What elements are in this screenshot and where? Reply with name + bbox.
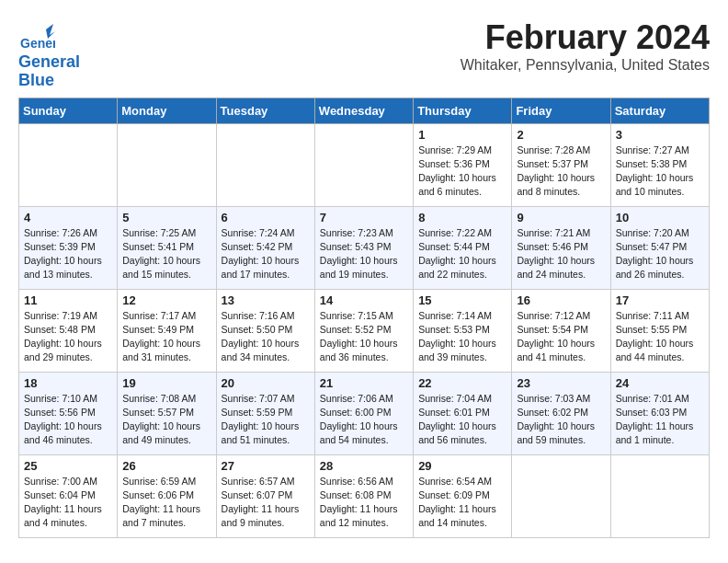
day-number: 16 xyxy=(517,293,605,307)
calendar-cell: 26Sunrise: 6:59 AMSunset: 6:06 PMDayligh… xyxy=(118,454,216,537)
weekday-header-friday: Friday xyxy=(512,98,610,123)
day-number: 10 xyxy=(616,211,704,224)
day-info: Sunrise: 7:10 AMSunset: 5:56 PMDaylight:… xyxy=(24,392,112,448)
day-info: Sunrise: 7:29 AMSunset: 5:36 PMDaylight:… xyxy=(418,144,506,200)
calendar-cell: 14Sunrise: 7:15 AMSunset: 5:52 PMDayligh… xyxy=(314,289,413,372)
calendar-header: February 2024 Whitaker, Pennsylvania, Un… xyxy=(461,18,710,74)
day-info: Sunrise: 7:04 AMSunset: 6:01 PMDaylight:… xyxy=(418,392,506,448)
logo-general: General xyxy=(18,53,80,72)
day-number: 27 xyxy=(222,459,310,473)
day-info: Sunrise: 7:15 AMSunset: 5:52 PMDaylight:… xyxy=(320,309,408,365)
day-number: 29 xyxy=(418,459,506,473)
calendar-cell xyxy=(610,454,709,537)
day-number: 12 xyxy=(122,293,210,307)
calendar-cell: 9Sunrise: 7:21 AMSunset: 5:46 PMDaylight… xyxy=(512,206,610,289)
day-number: 13 xyxy=(222,293,310,307)
day-info: Sunrise: 6:57 AMSunset: 6:07 PMDaylight:… xyxy=(222,475,310,531)
calendar-cell: 23Sunrise: 7:03 AMSunset: 6:02 PMDayligh… xyxy=(512,372,610,454)
day-number: 28 xyxy=(320,459,408,473)
calendar-cell: 7Sunrise: 7:23 AMSunset: 5:43 PMDaylight… xyxy=(314,206,413,289)
day-info: Sunrise: 7:16 AMSunset: 5:50 PMDaylight:… xyxy=(222,309,310,365)
calendar-cell: 19Sunrise: 7:08 AMSunset: 5:57 PMDayligh… xyxy=(118,372,216,454)
day-info: Sunrise: 7:19 AMSunset: 5:48 PMDaylight:… xyxy=(24,309,112,365)
calendar-cell: 12Sunrise: 7:17 AMSunset: 5:49 PMDayligh… xyxy=(118,289,216,372)
calendar-cell: 2Sunrise: 7:28 AMSunset: 5:37 PMDaylight… xyxy=(512,123,610,206)
day-info: Sunrise: 7:07 AMSunset: 5:59 PMDaylight:… xyxy=(222,392,310,448)
calendar-cell xyxy=(314,123,413,206)
weekday-header-wednesday: Wednesday xyxy=(314,98,413,123)
day-info: Sunrise: 7:03 AMSunset: 6:02 PMDaylight:… xyxy=(517,392,605,448)
weekday-header-sunday: Sunday xyxy=(19,98,118,123)
day-info: Sunrise: 7:17 AMSunset: 5:49 PMDaylight:… xyxy=(122,309,210,365)
day-info: Sunrise: 7:24 AMSunset: 5:42 PMDaylight:… xyxy=(222,226,310,282)
calendar-cell: 4Sunrise: 7:26 AMSunset: 5:39 PMDaylight… xyxy=(19,206,118,289)
day-number: 15 xyxy=(418,293,506,307)
day-number: 4 xyxy=(24,211,112,224)
calendar-cell: 5Sunrise: 7:25 AMSunset: 5:41 PMDaylight… xyxy=(118,206,216,289)
day-info: Sunrise: 7:27 AMSunset: 5:38 PMDaylight:… xyxy=(616,144,704,200)
weekday-header-saturday: Saturday xyxy=(610,98,709,123)
day-number: 25 xyxy=(24,459,112,473)
day-number: 18 xyxy=(24,376,112,390)
day-info: Sunrise: 7:22 AMSunset: 5:44 PMDaylight:… xyxy=(418,226,506,282)
calendar-cell xyxy=(512,454,610,537)
day-number: 9 xyxy=(517,211,605,224)
calendar-cell: 24Sunrise: 7:01 AMSunset: 6:03 PMDayligh… xyxy=(610,372,709,454)
day-info: Sunrise: 7:12 AMSunset: 5:54 PMDaylight:… xyxy=(517,309,605,365)
calendar-cell: 22Sunrise: 7:04 AMSunset: 6:01 PMDayligh… xyxy=(414,372,512,454)
calendar-cell: 11Sunrise: 7:19 AMSunset: 5:48 PMDayligh… xyxy=(19,289,118,372)
day-info: Sunrise: 7:23 AMSunset: 5:43 PMDaylight:… xyxy=(320,226,408,282)
weekday-header-thursday: Thursday xyxy=(414,98,512,123)
day-number: 1 xyxy=(418,128,506,142)
calendar-cell: 18Sunrise: 7:10 AMSunset: 5:56 PMDayligh… xyxy=(19,372,118,454)
calendar-cell: 1Sunrise: 7:29 AMSunset: 5:36 PMDaylight… xyxy=(414,123,512,206)
calendar-cell: 13Sunrise: 7:16 AMSunset: 5:50 PMDayligh… xyxy=(216,289,314,372)
day-number: 14 xyxy=(320,293,408,307)
calendar-cell: 20Sunrise: 7:07 AMSunset: 5:59 PMDayligh… xyxy=(216,372,314,454)
logo-blue: Blue xyxy=(18,72,80,90)
day-number: 17 xyxy=(616,293,704,307)
day-info: Sunrise: 7:20 AMSunset: 5:47 PMDaylight:… xyxy=(616,226,704,282)
day-info: Sunrise: 7:28 AMSunset: 5:37 PMDaylight:… xyxy=(517,144,605,200)
day-number: 21 xyxy=(320,376,408,390)
day-info: Sunrise: 7:21 AMSunset: 5:46 PMDaylight:… xyxy=(517,226,605,282)
calendar-cell: 17Sunrise: 7:11 AMSunset: 5:55 PMDayligh… xyxy=(610,289,709,372)
day-number: 11 xyxy=(24,293,112,307)
day-number: 7 xyxy=(320,211,408,224)
day-info: Sunrise: 7:00 AMSunset: 6:04 PMDaylight:… xyxy=(24,475,112,531)
calendar-cell: 15Sunrise: 7:14 AMSunset: 5:53 PMDayligh… xyxy=(414,289,512,372)
calendar-cell: 3Sunrise: 7:27 AMSunset: 5:38 PMDaylight… xyxy=(610,123,709,206)
day-number: 2 xyxy=(517,128,605,142)
day-number: 6 xyxy=(222,211,310,224)
weekday-header-tuesday: Tuesday xyxy=(216,98,314,123)
day-info: Sunrise: 7:01 AMSunset: 6:03 PMDaylight:… xyxy=(616,392,704,448)
calendar-cell: 8Sunrise: 7:22 AMSunset: 5:44 PMDaylight… xyxy=(414,206,512,289)
calendar-subtitle: Whitaker, Pennsylvania, United States xyxy=(461,57,710,74)
calendar-table: SundayMondayTuesdayWednesdayThursdayFrid… xyxy=(18,98,710,538)
day-info: Sunrise: 7:25 AMSunset: 5:41 PMDaylight:… xyxy=(122,226,210,282)
calendar-cell xyxy=(19,123,118,206)
day-info: Sunrise: 6:59 AMSunset: 6:06 PMDaylight:… xyxy=(122,475,210,531)
day-info: Sunrise: 7:06 AMSunset: 6:00 PMDaylight:… xyxy=(320,392,408,448)
weekday-header-monday: Monday xyxy=(118,98,216,123)
day-info: Sunrise: 7:08 AMSunset: 5:57 PMDaylight:… xyxy=(122,392,210,448)
day-number: 20 xyxy=(222,376,310,390)
logo: General General Blue xyxy=(18,22,80,90)
calendar-cell: 28Sunrise: 6:56 AMSunset: 6:08 PMDayligh… xyxy=(314,454,413,537)
day-number: 19 xyxy=(122,376,210,390)
calendar-cell: 29Sunrise: 6:54 AMSunset: 6:09 PMDayligh… xyxy=(414,454,512,537)
day-info: Sunrise: 7:11 AMSunset: 5:55 PMDaylight:… xyxy=(616,309,704,365)
calendar-cell xyxy=(118,123,216,206)
calendar-cell: 10Sunrise: 7:20 AMSunset: 5:47 PMDayligh… xyxy=(610,206,709,289)
calendar-cell: 6Sunrise: 7:24 AMSunset: 5:42 PMDaylight… xyxy=(216,206,314,289)
calendar-cell: 27Sunrise: 6:57 AMSunset: 6:07 PMDayligh… xyxy=(216,454,314,537)
day-number: 23 xyxy=(517,376,605,390)
day-number: 5 xyxy=(122,211,210,224)
day-info: Sunrise: 7:14 AMSunset: 5:53 PMDaylight:… xyxy=(418,309,506,365)
day-number: 26 xyxy=(122,459,210,473)
day-info: Sunrise: 6:56 AMSunset: 6:08 PMDaylight:… xyxy=(320,475,408,531)
day-number: 8 xyxy=(418,211,506,224)
day-info: Sunrise: 6:54 AMSunset: 6:09 PMDaylight:… xyxy=(418,475,506,531)
day-number: 22 xyxy=(418,376,506,390)
day-number: 3 xyxy=(616,128,704,142)
